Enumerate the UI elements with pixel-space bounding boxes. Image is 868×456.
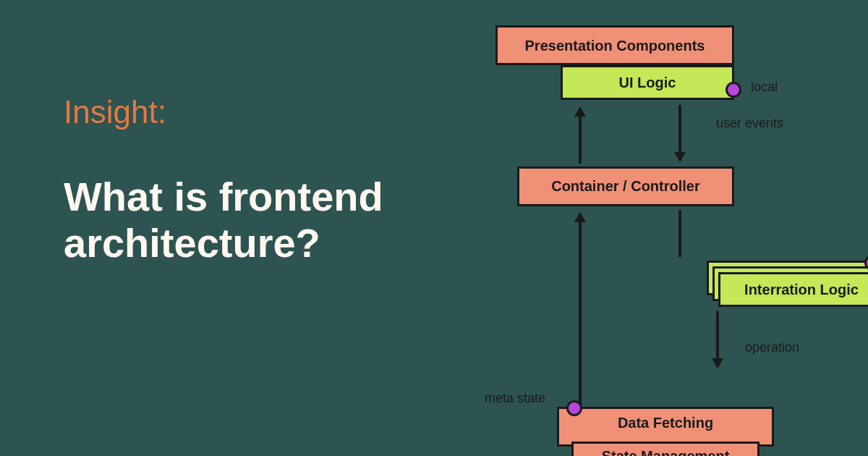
arrow-line <box>678 105 681 154</box>
operation-label: operation <box>745 340 799 355</box>
user-events-label: user events <box>716 116 783 131</box>
meta-state-label: meta state <box>485 391 545 406</box>
arrow-down-icon <box>674 152 686 162</box>
arrow-line <box>678 210 681 257</box>
interration-logic-box: Interration Logic <box>718 272 868 307</box>
arrow-up-icon <box>574 212 586 222</box>
state-management-box: State Management <box>571 442 760 456</box>
ui-logic-box: UI Logic <box>561 65 734 100</box>
dot-icon <box>726 82 741 98</box>
arrow-down-icon <box>712 358 723 368</box>
data-fetching-box: Data Fetching <box>557 407 774 447</box>
insight-label: Insight: <box>64 94 440 130</box>
local-label: local <box>751 80 778 95</box>
presentation-box: Presentation Components <box>495 25 734 65</box>
arrow-line <box>716 311 719 360</box>
container-box: Container / Controller <box>517 166 734 206</box>
arrow-up-icon <box>574 106 586 117</box>
arrow-line <box>579 221 582 413</box>
architecture-diagram: Presentation Components UI Logic local u… <box>448 0 868 456</box>
dot-icon <box>566 400 582 416</box>
arrow-line <box>579 114 582 164</box>
main-title: What is frontend architecture? <box>64 174 440 267</box>
